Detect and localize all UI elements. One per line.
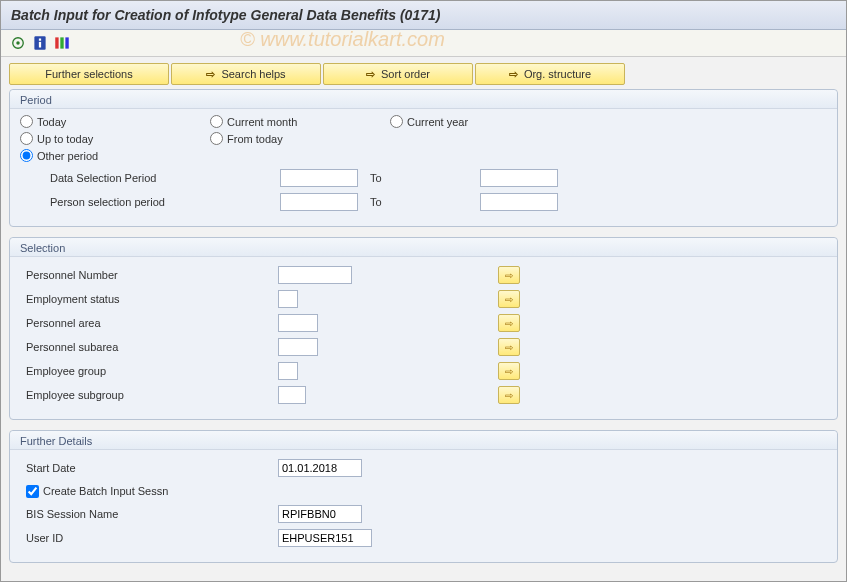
group-title: Further Details (10, 431, 837, 450)
arrow-right-icon: ⇨ (206, 68, 215, 81)
radio-input[interactable] (210, 115, 223, 128)
svg-rect-7 (65, 37, 68, 48)
selection-group: Selection Personnel Number ⇨ Employment … (9, 237, 838, 420)
arrow-right-icon: ⇨ (505, 342, 513, 353)
app-toolbar (1, 30, 846, 57)
employment-status-label: Employment status (20, 293, 278, 305)
button-label: Org. structure (524, 68, 591, 80)
search-helps-button[interactable]: ⇨ Search helps (171, 63, 321, 85)
personnel-subarea-label: Personnel subarea (20, 341, 278, 353)
start-date-label: Start Date (20, 462, 274, 474)
bis-session-name-label: BIS Session Name (20, 508, 274, 520)
employment-status-input[interactable] (278, 290, 298, 308)
button-label: Sort order (381, 68, 430, 80)
personnel-subarea-input[interactable] (278, 338, 318, 356)
personnel-number-label: Personnel Number (20, 269, 278, 281)
execute-icon[interactable] (9, 34, 27, 52)
page-title: Batch Input for Creation of Infotype Gen… (1, 1, 846, 30)
radio-label: From today (227, 133, 283, 145)
further-details-group: Further Details Start Date Create Batch … (9, 430, 838, 563)
radio-input[interactable] (210, 132, 223, 145)
radio-current-month[interactable]: Current month (210, 115, 390, 128)
multiple-selection-button[interactable]: ⇨ (498, 362, 520, 380)
selection-toolbar: Further selections ⇨ Search helps ⇨ Sort… (9, 63, 838, 85)
arrow-right-icon: ⇨ (505, 390, 513, 401)
radio-current-year[interactable]: Current year (390, 115, 570, 128)
button-label: Further selections (45, 68, 132, 80)
button-label: Search helps (221, 68, 285, 80)
arrow-right-icon: ⇨ (505, 270, 513, 281)
svg-point-1 (16, 41, 20, 45)
variant-icon[interactable] (53, 34, 71, 52)
arrow-right-icon: ⇨ (505, 366, 513, 377)
employee-group-input[interactable] (278, 362, 298, 380)
svg-rect-5 (55, 37, 58, 48)
org-structure-button[interactable]: ⇨ Org. structure (475, 63, 625, 85)
radio-today[interactable]: Today (20, 115, 210, 128)
info-icon[interactable] (31, 34, 49, 52)
arrow-right-icon: ⇨ (366, 68, 375, 81)
period-group: Period Today Current month Current year … (9, 89, 838, 227)
radio-input[interactable] (20, 149, 33, 162)
arrow-right-icon: ⇨ (505, 294, 513, 305)
radio-label: Current year (407, 116, 468, 128)
multiple-selection-button[interactable]: ⇨ (498, 290, 520, 308)
multiple-selection-button[interactable]: ⇨ (498, 386, 520, 404)
personnel-number-input[interactable] (278, 266, 352, 284)
start-date-input[interactable] (278, 459, 362, 477)
radio-up-to-today[interactable]: Up to today (20, 132, 210, 145)
further-selections-button[interactable]: Further selections (9, 63, 169, 85)
group-title: Selection (10, 238, 837, 257)
radio-from-today[interactable]: From today (210, 132, 390, 145)
employee-subgroup-label: Employee subgroup (20, 389, 278, 401)
radio-label: Today (37, 116, 66, 128)
person-selection-to-input[interactable] (480, 193, 558, 211)
arrow-right-icon: ⇨ (505, 318, 513, 329)
data-selection-from-input[interactable] (280, 169, 358, 187)
user-id-label: User ID (20, 532, 274, 544)
radio-label: Current month (227, 116, 297, 128)
svg-rect-3 (39, 39, 41, 41)
data-selection-period-label: Data Selection Period (20, 172, 280, 184)
arrow-right-icon: ⇨ (509, 68, 518, 81)
create-batch-input-label: Create Batch Input Sessn (43, 485, 168, 497)
multiple-selection-button[interactable]: ⇨ (498, 338, 520, 356)
sort-order-button[interactable]: ⇨ Sort order (323, 63, 473, 85)
person-selection-from-input[interactable] (280, 193, 358, 211)
to-label: To (370, 172, 480, 184)
radio-label: Up to today (37, 133, 93, 145)
svg-rect-4 (39, 42, 41, 48)
create-batch-input-checkbox[interactable] (26, 485, 39, 498)
radio-input[interactable] (20, 132, 33, 145)
employee-subgroup-input[interactable] (278, 386, 306, 404)
employee-group-label: Employee group (20, 365, 278, 377)
svg-rect-6 (60, 37, 63, 48)
multiple-selection-button[interactable]: ⇨ (498, 314, 520, 332)
user-id-input[interactable] (278, 529, 372, 547)
person-selection-period-label: Person selection period (20, 196, 280, 208)
data-selection-to-input[interactable] (480, 169, 558, 187)
radio-input[interactable] (390, 115, 403, 128)
to-label: To (370, 196, 480, 208)
personnel-area-label: Personnel area (20, 317, 278, 329)
multiple-selection-button[interactable]: ⇨ (498, 266, 520, 284)
radio-label: Other period (37, 150, 98, 162)
group-title: Period (10, 90, 837, 109)
radio-input[interactable] (20, 115, 33, 128)
personnel-area-input[interactable] (278, 314, 318, 332)
bis-session-name-input[interactable] (278, 505, 362, 523)
radio-other-period[interactable]: Other period (20, 149, 210, 162)
